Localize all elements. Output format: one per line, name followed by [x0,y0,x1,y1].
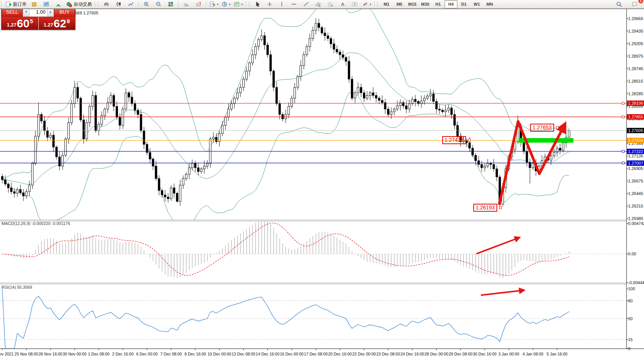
candle-body [396,106,398,109]
bollinger-upper [2,9,569,180]
candle-body [161,190,163,195]
time-tick-label: 30 Dec 16:00 [473,352,496,356]
candle-body [13,192,15,193]
hline-price-label[interactable]: 1.27222 [627,149,644,154]
auto-scroll-icon [183,1,189,7]
text-button[interactable]: A [336,0,349,8]
periods-button[interactable]: ▾ [220,0,232,8]
hline-price-label[interactable]: 1.27007 [627,160,644,166]
bid-price-label[interactable]: 1.27605 [627,128,644,133]
hline-handle[interactable] [622,162,624,164]
line-chart-button[interactable] [125,0,137,8]
market-watch-button[interactable] [40,0,52,8]
candle-body [19,189,21,193]
candle-body [197,168,199,171]
metaeditor-button[interactable] [28,0,40,8]
timeframe-m5-button[interactable]: M5 [393,0,406,8]
text-label-button[interactable]: T [349,0,361,8]
timeframe-h1-button[interactable]: H1 [432,0,445,8]
candle-body [366,96,368,98]
candle-body [194,164,196,168]
sell-price[interactable]: 1.27 60 5 [2,17,38,30]
candle-body [412,99,413,104]
search-button[interactable] [613,0,625,8]
timeframe-m30-button[interactable]: M30 [419,0,432,8]
timeframe-m15-button[interactable]: M15 [406,0,419,8]
candle-body [424,98,426,101]
price-tag-1.27653[interactable]: 1.27653 [530,124,554,132]
candle-body [31,164,33,185]
rsi-trend-arrow[interactable] [481,290,524,295]
tile-windows-button[interactable] [165,0,177,8]
candle-body [188,168,190,174]
chart-shift-icon [195,1,201,7]
candle-body [182,179,184,185]
line-chart-icon [128,1,134,7]
buy-price[interactable]: 1.27 62 9 [38,17,75,30]
candle-body [478,161,480,165]
candle-body [258,39,259,47]
hline-price-label[interactable]: 1.28106 [627,101,644,106]
zoom-in-button[interactable] [140,0,152,8]
candle-body [375,96,377,98]
new-order-button[interactable]: 新订单 [4,0,28,8]
market-watch-icon [43,1,49,7]
candle-body [173,188,175,193]
candle-body [104,109,106,115]
indicators-add-button[interactable]: ▾ [208,0,220,8]
chat-button[interactable]: 1 [629,0,641,8]
arrows-button[interactable]: ▾ [361,0,373,8]
fibonacci-button[interactable]: F [324,0,336,8]
price-tag-1.27424[interactable]: 1.27424 [442,136,466,144]
periods-dropdown-arrow[interactable]: ▾ [229,3,231,6]
candle-body [285,115,287,119]
timeframe-w1-button[interactable]: W1 [470,0,483,8]
cursor-button[interactable] [251,0,264,8]
templates-dropdown-arrow[interactable]: ▾ [241,3,243,6]
candle-body [234,98,236,104]
time-tick-label: 24 Dec 16:00 [401,352,424,356]
macd-trend-arrow[interactable] [476,237,520,254]
equidistant-channel-button[interactable]: E [312,0,324,8]
auto-scroll-button[interactable] [180,0,192,8]
timeframe-mn-button[interactable]: MN [483,0,496,8]
templates-button[interactable]: ▾ [232,0,244,8]
chart-window[interactable]: USDCAD-,H4 1.27589 1.27628 1.27569 1.276… [0,9,644,357]
candle-body [279,104,281,115]
hline-price-label[interactable]: 1.27424 [627,138,644,143]
hline-handle[interactable] [622,150,624,153]
signals-button[interactable] [52,0,64,8]
zoom-out-button[interactable] [152,0,165,8]
candle-body [291,98,293,107]
trendline-button[interactable] [300,0,312,8]
timeframe-m1-button[interactable]: M1 [380,0,393,8]
candlestick-chart-button[interactable] [113,0,125,8]
price-tag-handle[interactable] [468,139,471,142]
toolbar-separator [206,1,206,7]
indicators-add-dropdown-arrow[interactable]: ▾ [217,3,218,6]
candle-body [245,71,247,79]
hline-price-label[interactable]: 1.27855 [627,114,644,120]
candle-body [324,33,326,36]
tile-windows-icon [168,1,174,7]
crosshair-button[interactable] [264,0,276,8]
chart-shift-button[interactable] [192,0,204,8]
rsi-tick-label: 80 [628,299,644,303]
candle-body [107,102,109,109]
arrows-dropdown-arrow[interactable]: ▾ [370,3,371,6]
autotrading-button[interactable]: 自动交易 [64,0,93,8]
horizontal-line-button[interactable] [288,0,300,8]
bar-chart-button[interactable] [101,0,113,8]
chart-canvas[interactable] [0,9,644,357]
candle-body [113,96,115,107]
time-tick-label: 2 Dec 16:00 [112,352,134,356]
timeframe-d1-button[interactable]: D1 [457,0,470,8]
price-tag-1.26193[interactable]: 1.26193 [473,204,497,212]
timeframe-h4-button[interactable]: H4 [445,0,457,8]
price-tag-handle[interactable] [556,126,559,129]
hline-handle[interactable] [622,102,624,104]
hline-handle[interactable] [622,116,624,118]
price-tag-handle[interactable] [499,206,502,209]
candle-body [273,71,275,87]
vertical-line-button[interactable] [276,0,288,8]
